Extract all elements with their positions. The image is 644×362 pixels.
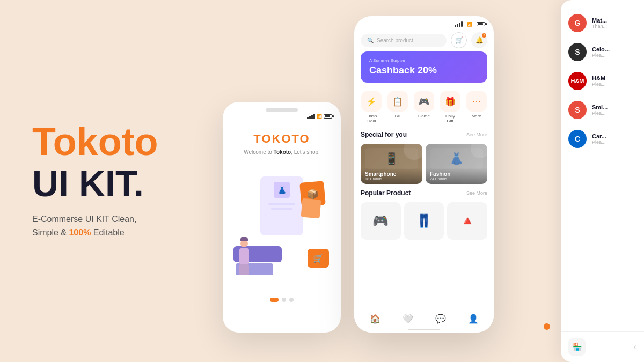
bill-label: Bill [395, 114, 401, 119]
search-placeholder: Search product [377, 38, 413, 43]
phone2-status-bar: 📶 [354, 16, 494, 29]
brand-list: G Mat... Than... S Celo... Plea... H&M H… [561, 0, 644, 331]
bottom-nav: 🏠 🤍 💬 👤 [354, 305, 494, 333]
search-bar[interactable]: 🔍 Search product 🛒 🔔 2 [361, 32, 487, 48]
brand-logo-mat: G [568, 14, 587, 32]
brand-item-mat[interactable]: G Mat... Than... [561, 9, 644, 38]
banner-subtitle: A Summer Surpise [369, 58, 479, 63]
product-icon: 🔺 [459, 213, 475, 228]
fashion-card[interactable]: 👗 Fashion 24 Brands [426, 144, 487, 184]
category-daily-gift[interactable]: 🎁 DailyGift [440, 91, 460, 123]
popular-section-header: Popular Product See More [354, 187, 494, 199]
game-icon: 🎮 [414, 91, 434, 112]
category-more[interactable]: ⋯ More [466, 91, 487, 123]
smartphone-card-title: Smartphone [365, 171, 418, 177]
phone2-signal-icon [455, 21, 463, 27]
category-flash-deal[interactable]: ⚡ FlashDeal [361, 91, 382, 123]
brand-name-celo: Celo... [592, 46, 636, 53]
expand-button[interactable]: ‹ [634, 342, 636, 352]
brand-logo-celo: S [568, 43, 587, 61]
brand-info-mat: Mat... Than... [592, 17, 636, 29]
phone1-logo: TOKOTO [233, 132, 330, 146]
search-input-wrap[interactable]: 🔍 Search product [361, 34, 447, 47]
more-label: More [471, 114, 481, 119]
description: E-Commerse UI KIT Clean, Simple & 100% E… [32, 212, 204, 240]
home-nav-icon: 🏠 [370, 314, 380, 324]
popular-cards-row: 🎮 👖 🔺 [354, 199, 494, 243]
brand-logo-smi: S [568, 101, 587, 119]
brand-name: Tokoto [32, 120, 158, 163]
wifi-icon: 📶 [317, 114, 322, 119]
brand-info-smi: Smi... Plea... [592, 104, 636, 116]
phone1-mockup: 📶 TOKOTO Welcome to Tokoto, Let's shop! … [223, 102, 341, 333]
signal-bars-icon [307, 114, 315, 119]
brand-title: Tokoto [32, 122, 204, 161]
brand-tagline-smi: Plea... [592, 110, 636, 116]
special-see-more[interactable]: See More [466, 132, 487, 137]
shorts-icon: 👖 [416, 213, 432, 228]
phone2-wifi-icon: 📶 [467, 22, 472, 27]
brand-info-celo: Celo... Plea... [592, 46, 636, 58]
brand-logo-hm: H&M [568, 72, 587, 90]
chat-nav-icon: 💬 [435, 314, 446, 324]
brand-name-mat: Mat... [592, 17, 636, 24]
popular-see-more[interactable]: See More [466, 190, 487, 196]
brand-item-celo[interactable]: S Celo... Plea... [561, 38, 644, 67]
game-label: Game [418, 114, 430, 119]
brand-name-hm: H&M [592, 75, 636, 82]
smartphone-card-sub: 18 Brands [365, 177, 418, 181]
banner-title: Cashback 20% [369, 65, 479, 76]
fashion-card-title: Fashion [430, 171, 483, 177]
popular-product-3[interactable]: 🔺 [447, 202, 487, 240]
daily-gift-icon: 🎁 [440, 91, 460, 112]
nav-profile[interactable]: 👤 [468, 314, 479, 324]
notification-button[interactable]: 🔔 2 [471, 32, 487, 48]
brand-logo-car: C [568, 130, 587, 148]
smartphone-card[interactable]: 📱 Smartphone 18 Brands [361, 144, 422, 184]
brand-info-car: Car... Plea... [592, 133, 636, 145]
phone1-welcome: Welcome to Tokoto, Let's shop! [233, 149, 330, 155]
nav-chat[interactable]: 💬 [435, 314, 446, 324]
profile-nav-icon: 👤 [468, 314, 479, 324]
brand-name-car: Car... [592, 133, 636, 139]
smartphone-card-overlay: Smartphone 18 Brands [361, 168, 422, 184]
right-panel: G Mat... Than... S Celo... Plea... H&M H… [561, 0, 644, 362]
nav-wishlist[interactable]: 🤍 [402, 314, 413, 324]
more-icon: ⋯ [466, 91, 487, 112]
brand-item-hm[interactable]: H&M H&M Plea... [561, 67, 644, 95]
cart-button[interactable]: 🛒 [451, 32, 467, 48]
shop-icon: 🏪 [568, 338, 586, 356]
deco-dot-1 [544, 323, 550, 330]
nav-home[interactable]: 🏠 [370, 314, 380, 324]
brand-name-smi: Smi... [592, 104, 636, 110]
bill-icon: 📋 [387, 91, 408, 112]
brand-item-smi[interactable]: S Smi... Plea... [561, 95, 644, 124]
home-indicator [408, 329, 440, 330]
category-bill[interactable]: 📋 Bill [387, 91, 408, 123]
ui-kit-title: UI KIT. [32, 165, 204, 202]
brand-tagline-car: Plea... [592, 139, 636, 145]
flash-deal-icon: ⚡ [361, 91, 382, 112]
popular-product-1[interactable]: 🎮 [361, 202, 401, 240]
cashback-banner[interactable]: A Summer Surpise Cashback 20% [361, 51, 487, 83]
brand-tagline-mat: Than... [592, 24, 636, 29]
category-game[interactable]: 🎮 Game [414, 91, 434, 123]
illus-cart: 🛒 [308, 249, 329, 268]
brand-tagline-celo: Plea... [592, 53, 636, 58]
flash-deal-label: FlashDeal [367, 114, 377, 123]
daily-gift-label: DailyGift [445, 114, 455, 123]
brand-item-car[interactable]: C Car... Plea... [561, 124, 644, 153]
left-section: Tokoto UI KIT. E-Commerse UI KIT Clean, … [32, 122, 204, 240]
illus-figure [236, 235, 252, 278]
fashion-card-overlay: Fashion 24 Brands [426, 168, 487, 184]
phone1-status-bar: 📶 [223, 112, 341, 121]
phone1-content: TOKOTO Welcome to Tokoto, Let's shop! [223, 121, 341, 166]
popular-section-title: Popular Product [361, 189, 411, 197]
popular-product-2[interactable]: 👖 [404, 202, 444, 240]
phone1-dots [223, 298, 341, 302]
illus-box2 [301, 198, 321, 219]
phone2-mockup: 📶 🔍 Search product 🛒 🔔 2 A Summer Surpis… [354, 16, 494, 333]
battery-icon [324, 114, 332, 119]
notification-badge: 2 [482, 33, 486, 38]
gamepad-icon: 🎮 [372, 213, 389, 228]
